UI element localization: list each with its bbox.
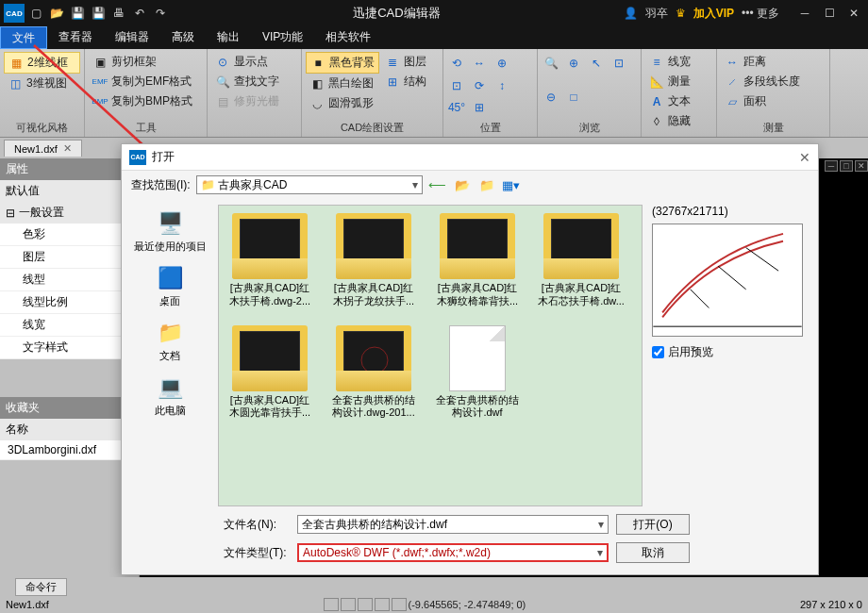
- ribbon-copy-emf[interactable]: EMF复制为EMF格式: [89, 72, 203, 91]
- cancel-button[interactable]: 取消: [616, 542, 690, 563]
- scope-combo[interactable]: 📁 古典家具CAD ▾: [196, 175, 423, 194]
- ribbon-black-bg[interactable]: ■黑色背景: [306, 52, 379, 74]
- commandline-tab[interactable]: 命令行: [15, 578, 67, 596]
- maximize-button[interactable]: ☐: [819, 4, 840, 23]
- user-name[interactable]: 羽卒: [645, 6, 668, 22]
- saveas-icon[interactable]: 💾: [89, 4, 108, 23]
- place-documents[interactable]: 📁文档: [154, 320, 186, 363]
- status-icon[interactable]: [341, 598, 356, 611]
- back-icon[interactable]: ⟵: [428, 175, 447, 194]
- file-item[interactable]: 全套古典拱桥的结构设计.dwg-201...: [330, 325, 417, 421]
- canvas-min-icon[interactable]: ─: [825, 160, 838, 172]
- close-tab-icon[interactable]: ✕: [63, 142, 72, 155]
- ribbon-text[interactable]: A文本: [645, 91, 712, 111]
- position-icon[interactable]: ⟳: [470, 78, 489, 93]
- browse-icon[interactable]: □: [564, 90, 583, 105]
- ribbon-bw-draw[interactable]: ◧黑白绘图: [306, 74, 379, 93]
- position-icon[interactable]: ⊡: [447, 78, 466, 93]
- menu-vip[interactable]: VIP功能: [251, 26, 314, 49]
- new-icon[interactable]: ▢: [26, 4, 45, 23]
- place-thispc[interactable]: 💻此电脑: [154, 374, 186, 418]
- ribbon-trim-raster[interactable]: ▤修剪光栅: [211, 91, 297, 111]
- enable-preview-checkbox[interactable]: 启用预览: [652, 344, 805, 360]
- new-folder-icon[interactable]: 📁: [477, 175, 496, 194]
- ribbon-3d-view[interactable]: ◫3维视图: [4, 74, 80, 93]
- browse-icon[interactable]: ⊖: [542, 90, 560, 105]
- side-item-layer[interactable]: 图层: [0, 246, 139, 269]
- undo-icon[interactable]: ↶: [130, 4, 149, 23]
- canvas-max-icon[interactable]: □: [840, 160, 853, 172]
- default-header[interactable]: 默认值: [0, 180, 139, 202]
- join-vip-button[interactable]: 加入VIP: [693, 6, 734, 22]
- position-icon[interactable]: ⊕: [492, 56, 511, 71]
- file-item[interactable]: [古典家具CAD]红木圆光靠背扶手...: [226, 325, 313, 421]
- canvas-close-icon[interactable]: ✕: [855, 160, 868, 172]
- side-item-lineweight[interactable]: 线宽: [0, 314, 139, 337]
- menu-file[interactable]: 文件: [0, 26, 47, 49]
- ribbon-structure[interactable]: ⊞结构: [381, 72, 430, 91]
- filename-field[interactable]: 全套古典拱桥的结构设计.dwf▾: [297, 515, 609, 534]
- more-button[interactable]: ••• 更多: [742, 6, 779, 22]
- status-icon[interactable]: [358, 598, 373, 611]
- ribbon-polyline-length[interactable]: ⟋多段线长度: [721, 72, 826, 91]
- file-item[interactable]: [古典家具CAD]红木石芯扶手椅.dw...: [538, 213, 625, 308]
- ribbon-area[interactable]: ▱面积: [721, 91, 826, 111]
- side-item-linetype[interactable]: 线型: [0, 269, 139, 291]
- position-icon[interactable]: ⊞: [470, 100, 489, 115]
- favorites-header: 收藏夹: [0, 397, 139, 419]
- status-icon[interactable]: [375, 598, 390, 611]
- ribbon-lineweight[interactable]: ≡线宽: [645, 52, 712, 72]
- open-icon[interactable]: 📂: [47, 4, 66, 23]
- ribbon-clip-frame[interactable]: ▣剪切框架: [89, 52, 203, 72]
- general-settings-header[interactable]: ⊟一般设置: [0, 202, 139, 224]
- place-desktop[interactable]: 🟦桌面: [154, 265, 186, 308]
- filetype-field[interactable]: AutoDesk® DWF (*.dwf;*.dwfx;*.w2d)▾: [297, 543, 609, 562]
- position-icon[interactable]: ↕: [492, 78, 511, 93]
- scope-value: 古典家具CAD: [218, 177, 287, 193]
- status-icon[interactable]: [392, 598, 407, 611]
- print-icon[interactable]: 🖶: [109, 4, 128, 23]
- menu-output[interactable]: 输出: [206, 26, 251, 49]
- ribbon-copy-bmp[interactable]: BMP复制为BMP格式: [89, 91, 203, 111]
- status-icon[interactable]: [324, 598, 339, 611]
- up-icon[interactable]: 📂: [453, 175, 472, 194]
- browse-icon[interactable]: ⊡: [609, 56, 628, 71]
- file-item[interactable]: [古典家具CAD]红木扶手椅.dwg-2...: [226, 213, 313, 308]
- save-icon[interactable]: 💾: [68, 4, 87, 23]
- file-item[interactable]: [古典家具CAD]红木拐子龙纹扶手...: [330, 213, 417, 308]
- minimize-button[interactable]: ─: [794, 4, 815, 23]
- side-item-textstyle[interactable]: 文字样式: [0, 337, 139, 359]
- browse-icon[interactable]: ⊕: [564, 56, 583, 71]
- browse-icon[interactable]: 🔍: [542, 56, 560, 71]
- position-icon[interactable]: ↔: [470, 56, 489, 71]
- file-item[interactable]: [古典家具CAD]红木狮纹椅靠背扶...: [434, 213, 521, 308]
- user-icon[interactable]: 👤: [624, 7, 638, 20]
- ribbon-smooth-arc[interactable]: ◡圆滑弧形: [306, 93, 379, 113]
- dialog-close-button[interactable]: ✕: [799, 150, 810, 165]
- ribbon-layers[interactable]: ≣图层: [381, 52, 430, 72]
- file-list[interactable]: [古典家具CAD]红木扶手椅.dwg-2... [古典家具CAD]红木拐子龙纹扶…: [218, 205, 643, 506]
- ribbon-find-text[interactable]: 🔍查找文字: [211, 72, 297, 91]
- place-recent[interactable]: 🖥️最近使用的项目: [134, 210, 207, 254]
- menu-related[interactable]: 相关软件: [314, 26, 382, 49]
- redo-icon[interactable]: ↷: [151, 4, 170, 23]
- menu-viewer[interactable]: 查看器: [47, 26, 104, 49]
- browse-icon[interactable]: ↖: [587, 56, 606, 71]
- ribbon-hide[interactable]: ◊隐藏: [645, 111, 712, 131]
- ribbon-distance[interactable]: ↔距离: [721, 52, 826, 72]
- close-button[interactable]: ✕: [843, 4, 864, 23]
- document-tab[interactable]: New1.dxf ✕: [4, 140, 82, 157]
- position-icon[interactable]: ⟲: [447, 56, 466, 71]
- view-icon[interactable]: ▦▾: [502, 175, 521, 194]
- open-button[interactable]: 打开(O): [616, 514, 690, 535]
- ribbon-measure[interactable]: 📐测量: [645, 72, 712, 91]
- menu-editor[interactable]: 编辑器: [104, 26, 160, 49]
- side-item-ltscale[interactable]: 线型比例: [0, 291, 139, 314]
- menu-advanced[interactable]: 高级: [160, 26, 206, 49]
- ribbon-show-points[interactable]: ⊙显示点: [211, 52, 297, 72]
- file-item-selected[interactable]: 全套古典拱桥的结构设计.dwf: [434, 325, 521, 421]
- side-item-color[interactable]: 色彩: [0, 224, 139, 246]
- ribbon-2d-wireframe[interactable]: ▦2维线框: [4, 52, 80, 74]
- favorite-item[interactable]: 3DLamborgini.dxf: [0, 440, 139, 460]
- position-icon[interactable]: 45°: [447, 100, 466, 115]
